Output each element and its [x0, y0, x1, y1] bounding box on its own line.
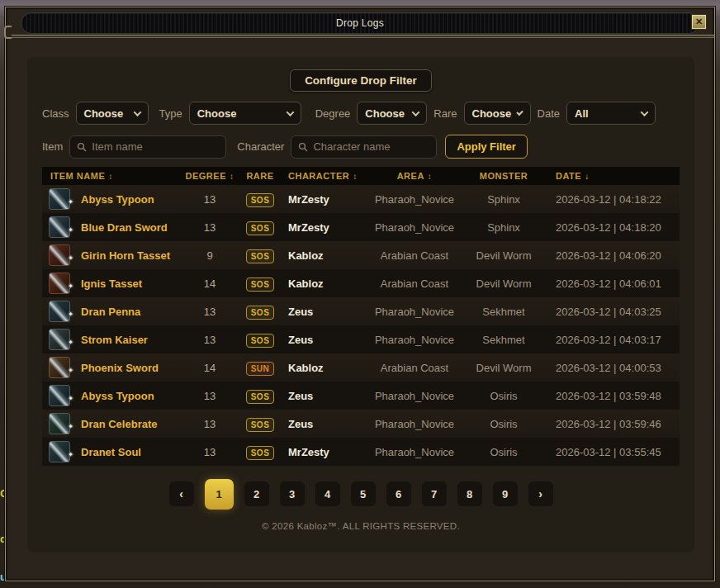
window-titlebar[interactable]: Drop Logs — [21, 12, 699, 34]
item-name[interactable]: Strom Kaiser — [81, 334, 148, 346]
drop-date: 2026-03-12 | 04:03:17 — [547, 334, 680, 346]
monster-name: Devil Worm — [460, 277, 547, 290]
drop-date: 2026-03-12 | 04:18:20 — [547, 221, 680, 234]
sort-icon[interactable]: ↕ — [230, 172, 234, 181]
sort-icon[interactable]: ↕ — [428, 172, 433, 181]
prev-page-button[interactable]: ‹ — [169, 481, 194, 506]
table-row[interactable]: Strom Kaiser 13 SOS Zeus Pharaoh_Novice … — [42, 325, 680, 353]
item-name[interactable]: Blue Dran Sword — [81, 221, 168, 234]
item-degree: 13 — [184, 334, 235, 346]
item-icon — [49, 216, 70, 238]
table-row[interactable]: Abyss Typoon 13 SOS MrZesty Pharaoh_Novi… — [42, 185, 680, 213]
sort-icon[interactable]: ↕ — [108, 172, 113, 181]
item-icon — [49, 244, 70, 266]
column-header-degree[interactable]: DEGREE↕ — [184, 171, 235, 181]
column-header-date[interactable]: DATE↓ — [547, 171, 680, 181]
rare-badge: SOS — [246, 221, 275, 235]
monster-name: Osiris — [460, 418, 547, 430]
item-name[interactable]: Ignis Tasset — [81, 277, 142, 290]
area-name: Arabian Coast — [369, 277, 460, 290]
page-button-6[interactable]: 6 — [386, 481, 411, 506]
area-name: Pharaoh_Novice — [369, 221, 460, 234]
item-degree: 13 — [184, 221, 235, 234]
column-header-monster: MONSTER — [460, 171, 547, 181]
character-name: Zeus — [285, 306, 369, 318]
table-row[interactable]: Ignis Tasset 14 SOS Kabloz Arabian Coast… — [42, 269, 680, 297]
class-filter-select[interactable]: Choose — [76, 102, 149, 125]
degree-filter-select[interactable]: Choose — [357, 102, 427, 125]
item-name[interactable]: Dran Penna — [81, 306, 140, 318]
monster-name: Sekhmet — [460, 306, 547, 318]
table-body: Abyss Typoon 13 SOS MrZesty Pharaoh_Novi… — [42, 185, 680, 466]
table-row[interactable]: Dran Penna 13 SOS Zeus Pharaoh_Novice Se… — [42, 297, 680, 325]
page-button-7[interactable]: 7 — [422, 481, 447, 506]
character-name: Zeus — [285, 418, 369, 430]
sort-desc-icon[interactable]: ↓ — [585, 172, 590, 181]
drop-logs-window: Drop Logs ✕ Configure Drop Filter Class … — [5, 7, 715, 581]
column-header-item-name[interactable]: ITEM NAME↕ — [42, 171, 184, 181]
drop-logs-panel: Configure Drop Filter Class Choose Type … — [27, 57, 694, 552]
page-button-8[interactable]: 8 — [457, 481, 482, 506]
character-search-input[interactable] — [313, 140, 429, 153]
configure-drop-filter-button[interactable]: Configure Drop Filter — [290, 69, 432, 92]
item-name[interactable]: Dranet Soul — [81, 446, 141, 458]
rare-badge: SOS — [246, 334, 275, 348]
character-name: Zeus — [285, 334, 369, 346]
item-search-label: Item — [42, 140, 63, 153]
item-degree: 13 — [184, 418, 235, 430]
rare-filter-select[interactable]: Choose — [464, 102, 531, 125]
area-name: Pharaoh_Novice — [369, 446, 460, 458]
search-icon — [77, 142, 87, 152]
page-button-9[interactable]: 9 — [493, 481, 518, 506]
drop-date: 2026-03-12 | 04:03:25 — [547, 306, 680, 318]
monster-name: Devil Worm — [460, 249, 547, 262]
drop-date: 2026-03-12 | 03:55:45 — [547, 446, 680, 458]
table-row[interactable]: Phoenix Sword 14 SUN Kabloz Arabian Coas… — [42, 353, 680, 382]
character-name: MrZesty — [285, 193, 369, 206]
chevron-down-icon — [412, 108, 420, 116]
table-row[interactable]: Blue Dran Sword 13 SOS MrZesty Pharaoh_N… — [42, 213, 680, 241]
filter-row-search: Item Character Apply Filter — [42, 135, 680, 159]
apply-filter-button[interactable]: Apply Filter — [445, 135, 528, 159]
table-row[interactable]: Abyss Typoon 13 SOS Zeus Pharaoh_Novice … — [42, 382, 680, 410]
column-header-character[interactable]: CHARACTER↕ — [285, 171, 369, 181]
monster-name: Devil Worm — [460, 362, 547, 374]
character-name: Zeus — [285, 390, 369, 402]
table-row[interactable]: Dran Celebrate 13 SOS Zeus Pharaoh_Novic… — [42, 410, 680, 438]
table-row[interactable]: Girin Horn Tasset 9 SOS Kabloz Arabian C… — [42, 241, 680, 269]
drop-date: 2026-03-12 | 04:06:01 — [547, 277, 680, 290]
monster-name: Osiris — [460, 390, 547, 402]
page-button-5[interactable]: 5 — [351, 481, 376, 506]
item-search-input[interactable] — [92, 140, 219, 153]
page-button-3[interactable]: 3 — [280, 481, 305, 506]
item-name[interactable]: Girin Horn Tasset — [81, 249, 170, 262]
monster-name: Sekhmet — [460, 334, 547, 346]
drop-date: 2026-03-12 | 03:59:48 — [547, 390, 680, 402]
table-row[interactable]: Dranet Soul 13 SOS MrZesty Pharaoh_Novic… — [42, 438, 680, 466]
area-name: Pharaoh_Novice — [369, 390, 460, 402]
page-button-2[interactable]: 2 — [244, 481, 269, 506]
page-button-4[interactable]: 4 — [315, 481, 340, 506]
game-background: C d ul Drop Logs ✕ Configure Drop Filter… — [0, 0, 720, 588]
item-name[interactable]: Abyss Typoon — [81, 390, 154, 402]
character-name: Kabloz — [285, 362, 369, 374]
item-name[interactable]: Dran Celebrate — [81, 418, 157, 430]
item-icon — [49, 273, 70, 294]
item-name[interactable]: Phoenix Sword — [81, 362, 159, 374]
column-header-area[interactable]: AREA↕ — [369, 171, 460, 181]
character-name: MrZesty — [285, 446, 369, 458]
next-page-button[interactable]: › — [528, 481, 553, 506]
type-filter-select[interactable]: Choose — [189, 102, 301, 125]
class-filter-label: Class — [42, 107, 69, 120]
sort-icon[interactable]: ↕ — [353, 172, 358, 181]
rare-filter-label: Rare — [433, 107, 457, 120]
date-filter-label: Date — [538, 107, 560, 120]
search-icon — [298, 142, 308, 152]
drop-date: 2026-03-12 | 04:00:53 — [547, 362, 680, 374]
item-icon — [49, 357, 70, 378]
filter-row-selects: Class Choose Type Choose Degree Choose R… — [42, 102, 680, 125]
date-filter-select[interactable]: All — [566, 102, 656, 125]
page-button-1[interactable]: 1 — [205, 479, 234, 510]
item-name[interactable]: Abyss Typoon — [81, 193, 154, 206]
close-icon[interactable]: ✕ — [692, 15, 706, 29]
